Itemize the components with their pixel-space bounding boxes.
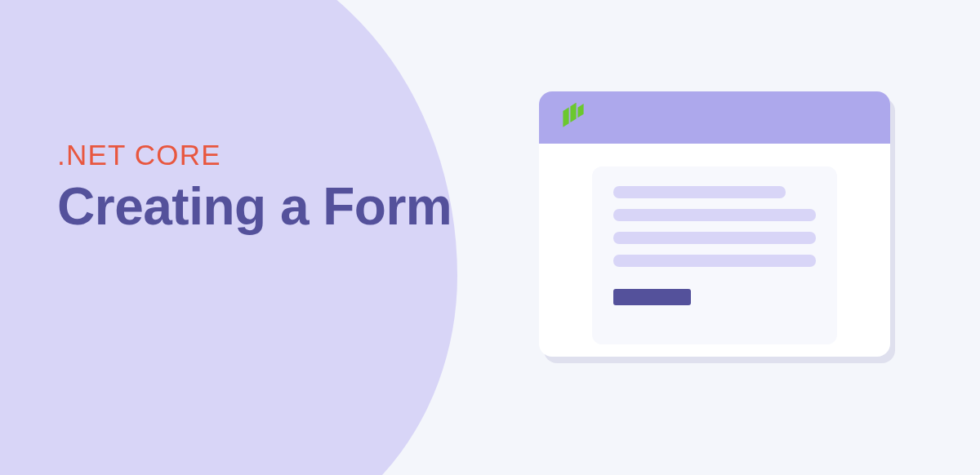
form-field-line <box>613 232 816 244</box>
background-blob <box>0 0 457 475</box>
browser-window-illustration <box>539 91 890 357</box>
progress-icon <box>559 103 588 132</box>
form-card-illustration <box>592 166 837 344</box>
form-field-line <box>613 186 786 198</box>
form-field-line <box>613 255 816 267</box>
browser-titlebar <box>539 91 890 144</box>
eyebrow-label: .NET CORE <box>57 139 452 171</box>
main-heading: Creating a Form <box>57 178 452 237</box>
form-submit-button-illustration <box>613 289 691 305</box>
form-field-line <box>613 209 816 221</box>
hero-text: .NET CORE Creating a Form <box>57 139 452 237</box>
